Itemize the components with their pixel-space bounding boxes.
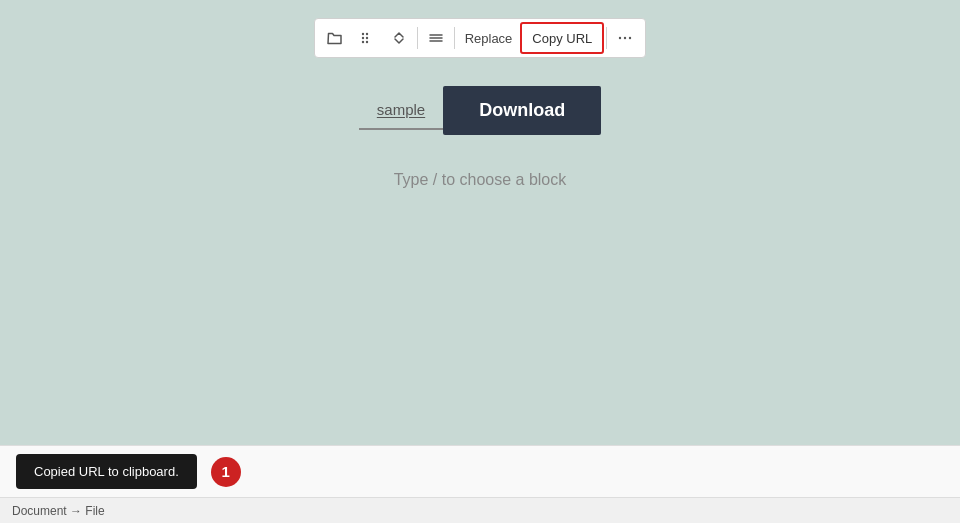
grid-button[interactable] <box>351 22 383 54</box>
placeholder-text: Type / to choose a block <box>394 171 567 189</box>
svg-point-1 <box>365 33 367 35</box>
svg-point-3 <box>365 37 367 39</box>
svg-point-11 <box>629 37 631 39</box>
more-icon <box>617 30 633 46</box>
toast-message: Copied URL to clipboard. <box>16 454 197 489</box>
grid-icon <box>359 30 375 46</box>
download-button[interactable]: Download <box>443 86 601 135</box>
toolbar: Replace Copy URL <box>314 18 647 58</box>
folder-icon <box>327 30 343 46</box>
svg-point-4 <box>361 41 363 43</box>
copy-url-button[interactable]: Copy URL <box>520 22 604 54</box>
divider-1 <box>417 27 418 49</box>
notification-bar: Copied URL to clipboard. 1 <box>0 445 960 497</box>
breadcrumb: Document → File <box>12 504 105 518</box>
sort-button[interactable] <box>383 22 415 54</box>
replace-button[interactable]: Replace <box>457 22 521 54</box>
svg-point-9 <box>619 37 621 39</box>
svg-point-10 <box>624 37 626 39</box>
folder-button[interactable] <box>319 22 351 54</box>
badge-circle: 1 <box>211 457 241 487</box>
svg-point-2 <box>361 37 363 39</box>
status-bar: Document → File <box>0 497 960 523</box>
divider-2 <box>454 27 455 49</box>
content-block: sample Download <box>359 86 601 135</box>
list-button[interactable] <box>420 22 452 54</box>
sort-icon <box>391 30 407 46</box>
svg-point-0 <box>361 33 363 35</box>
more-options-button[interactable] <box>609 22 641 54</box>
list-icon <box>428 30 444 46</box>
svg-point-5 <box>365 41 367 43</box>
sample-tab[interactable]: sample <box>359 91 443 130</box>
main-area: Replace Copy URL sample Download Type / … <box>0 0 960 445</box>
divider-3 <box>606 27 607 49</box>
